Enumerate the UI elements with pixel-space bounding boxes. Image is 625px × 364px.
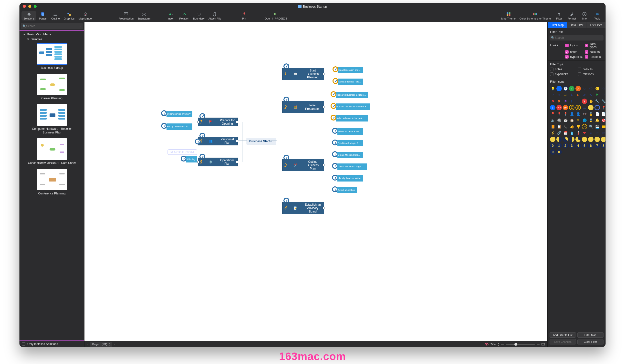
tab-filter-map[interactable]: Filter Map — [548, 22, 567, 28]
icon-flag-purple[interactable]: ⚑ — [563, 99, 568, 104]
toolbar-filter[interactable]: Filter — [553, 11, 565, 21]
lookin-callouts[interactable]: ✓callouts — [585, 50, 603, 54]
filter-text-search[interactable]: 🔍 — [550, 35, 603, 40]
icon-doc[interactable]: 📄 — [594, 111, 600, 117]
toolbar-map-minder[interactable]: Map Minder — [76, 11, 94, 21]
icon-num-8[interactable]: 8 — [601, 143, 605, 148]
icon-cloud[interactable]: ☁ — [582, 105, 587, 110]
topic-hyperlinks[interactable]: hyperlinks — [550, 72, 575, 76]
icon-yellow-disc[interactable] — [588, 105, 594, 110]
icon-flag-outline[interactable]: ⚐ — [601, 92, 605, 98]
icon-person2[interactable]: 👤 — [575, 111, 581, 117]
icon-check-green[interactable]: ✓ — [569, 86, 574, 91]
page-prev-button[interactable]: ‹ — [87, 343, 88, 346]
sample-mindmap-datasheet[interactable]: ConceptDraw MINDMAP Data Sheet — [27, 138, 77, 165]
icon-num-7[interactable]: 7 — [594, 143, 600, 148]
node-operations-plan[interactable]: 5 ⚙️ Operations Plan — [198, 158, 238, 166]
icon-target[interactable]: 🎯 — [601, 118, 605, 123]
toolbar-outline[interactable]: Outline — [49, 11, 62, 21]
icon-flag-orange[interactable]: ⚑ — [556, 99, 562, 104]
icon-dot[interactable]: 🔘 — [556, 118, 562, 123]
icon-face-neutral[interactable]: 😐 — [594, 86, 600, 91]
icon-moon-2[interactable] — [556, 137, 562, 142]
icon-search[interactable]: 🔍 — [588, 124, 594, 129]
toolbar-open-in-project[interactable]: Open in PROJECT — [263, 11, 289, 21]
icon-clipboard[interactable]: 📋 — [556, 124, 562, 129]
toolbar-format[interactable]: Format — [565, 11, 578, 21]
icon-fire[interactable]: 🌡️ — [575, 130, 581, 136]
icon-pin-yellow[interactable]: 📍 — [563, 111, 568, 117]
subnode[interactable]: Identify the Competition — [337, 175, 363, 182]
subnode[interactable]: Define Industry & Target Markets — [337, 164, 367, 170]
toolbar-color-schemes[interactable]: Color Schemes for Theme — [518, 11, 553, 21]
icon-hand-orange[interactable]: ✋ — [588, 99, 594, 104]
icon-bell[interactable]: 🔔 — [594, 118, 600, 123]
icon-exclaim-red[interactable]: ! — [575, 99, 581, 104]
icon-face[interactable]: ☺ — [582, 86, 587, 91]
icon-pin-orange[interactable]: 📍 — [550, 111, 555, 117]
add-filter-button[interactable]: Add Filter to List — [550, 332, 576, 338]
icon-save[interactable]: 💾 — [594, 124, 600, 129]
icon-pin-blue[interactable]: 📍 — [601, 105, 605, 110]
tree-group-samples[interactable]: Samples — [20, 37, 84, 42]
fit-icon[interactable] — [541, 343, 545, 345]
toolbar-info[interactable]: i Info — [578, 11, 591, 21]
topic-callouts[interactable]: callouts — [578, 68, 603, 71]
icon-moon-7[interactable] — [588, 137, 594, 142]
only-installed-checkbox[interactable] — [22, 342, 25, 346]
page-selector[interactable]: Page-1 (1/1) ▴▾ — [90, 342, 112, 347]
icon-euro[interactable]: € — [569, 105, 574, 110]
toolbar-presentation[interactable]: Presentation — [117, 11, 135, 21]
visibility-icon[interactable] — [485, 343, 489, 345]
icon-glasses[interactable]: 👓 — [582, 111, 587, 117]
icon-exclaim-blue[interactable]: ! — [569, 99, 574, 104]
node-outline-business-plan[interactable]: 3 ✂️ Outline Business Plan — [282, 159, 324, 171]
icon-star[interactable]: ★ — [588, 130, 594, 136]
icon-moon-1[interactable] — [550, 137, 555, 142]
icon-thumbs-down[interactable]: 👎 — [575, 124, 581, 129]
subnode[interactable]: Establish Strategic Position — [337, 140, 363, 146]
clear-filter-button[interactable]: Clear Filter — [577, 339, 604, 344]
icon-moon-5[interactable] — [575, 137, 581, 142]
icon-moon-3[interactable] — [563, 137, 568, 142]
tab-data-filter[interactable]: Data Filter — [567, 22, 586, 28]
icon-bolt[interactable]: ⚡ — [550, 130, 555, 136]
icon-dollar[interactable]: $ — [575, 105, 581, 110]
icon-moon-4[interactable] — [569, 137, 574, 142]
icon-home[interactable]: 🏠 — [569, 118, 574, 123]
topic-relations[interactable]: relations — [578, 72, 603, 76]
zoom-stepper-icon[interactable]: ▴▾ — [498, 342, 499, 346]
toolbar-pin[interactable]: Pin — [238, 11, 250, 21]
icon-arrow-down[interactable]: ⬇ — [569, 92, 574, 98]
icon-star-outline2[interactable]: ☆ — [594, 130, 600, 136]
node-center[interactable]: Business Startup — [247, 138, 276, 144]
subnode-setup-office[interactable]: Set up Office and Display Areas — [166, 123, 192, 130]
icon-globe[interactable]: 🌐 — [582, 118, 587, 123]
lookin-notes[interactable]: ✓notes — [565, 50, 584, 54]
sidebar-search-input[interactable] — [26, 24, 77, 28]
icon-num-0[interactable]: 0 — [550, 143, 555, 148]
icon-x-orange[interactable]: ✕ — [575, 86, 581, 91]
lookin-hyperlinks[interactable]: ✓hyperlinks — [565, 55, 584, 58]
subnode[interactable]: Research Business & Trade Organizations — [336, 92, 368, 98]
icon-moon-8[interactable] — [594, 137, 600, 142]
sample-conference-planning[interactable]: Conference Planning — [27, 169, 77, 196]
icon-card[interactable]: 💳 — [601, 124, 605, 129]
icon-pin-navy[interactable]: 📍 — [556, 111, 562, 117]
magic-wand-icon[interactable]: ✦ — [79, 24, 81, 28]
icon-moon-9[interactable] — [601, 137, 605, 142]
node-initial-preparation[interactable]: 2 🧮 Initial Preparation — [282, 101, 324, 113]
subnode[interactable]: Select Products & Services — [337, 128, 363, 135]
icon-hourglass[interactable]: ⌛ — [588, 118, 594, 123]
sidebar-search[interactable]: 🔍 ✦ — [21, 23, 83, 29]
icon-arrow-se[interactable]: ⬊ — [588, 92, 594, 98]
icon-wrench[interactable]: 🔧 — [594, 99, 600, 104]
subnode-order-inventory[interactable]: Order opening inventory — [166, 111, 192, 117]
icon-num-5[interactable]: 5 — [582, 143, 587, 148]
icon-wrench2[interactable]: 🔧 — [601, 99, 605, 104]
toolbar-brainstorm[interactable]: Brainstorm — [135, 11, 152, 21]
icon-phone[interactable]: 📞 — [563, 124, 568, 129]
tree-root[interactable]: Basic Mind Maps — [20, 32, 84, 37]
icon-person[interactable]: 👤 — [569, 111, 574, 117]
toolbar-pages[interactable]: Pages — [36, 11, 49, 21]
